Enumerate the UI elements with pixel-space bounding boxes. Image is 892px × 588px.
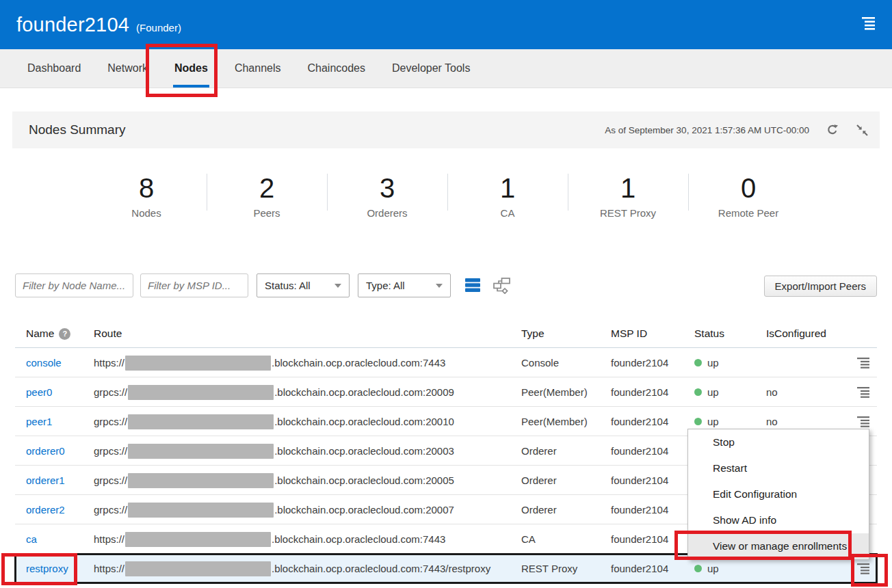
node-link[interactable]: restproxy (26, 554, 68, 583)
node-status: up (694, 348, 719, 377)
refresh-icon[interactable] (826, 123, 839, 137)
node-msp: founder2104 (611, 554, 668, 583)
export-import-peers-button[interactable]: Export/Import Peers (764, 276, 877, 297)
stat-orderers-label: Orderers (327, 207, 447, 219)
menu-item-restart[interactable]: Restart (688, 455, 869, 481)
tab-chaincodes[interactable]: Chaincodes (306, 49, 367, 88)
node-route: grpcs://.blockchain.ocp.oraclecloud.com:… (94, 407, 454, 436)
route-protocol: https:// (94, 533, 124, 545)
stat-ca-label: CA (447, 207, 568, 219)
status-filter-dropdown[interactable]: Status: All (257, 273, 350, 297)
node-msp: founder2104 (611, 524, 668, 554)
tab-developer-tools[interactable]: Developer Tools (391, 49, 471, 88)
chevron-down-icon (334, 284, 341, 288)
status-filter-label: Status: All (265, 280, 311, 291)
type-filter-dropdown[interactable]: Type: All (358, 273, 451, 297)
redacted-host (125, 532, 271, 547)
filter-node-name-input[interactable] (15, 273, 133, 297)
stat-orderers: 3 Orderers (327, 172, 447, 219)
stat-ca: 1 CA (447, 172, 568, 219)
route-protocol: grpcs:// (94, 475, 127, 486)
route-protocol: grpcs:// (94, 445, 127, 457)
table-row-console: console https://.blockchain.ocp.oraclecl… (15, 348, 877, 377)
node-route: https://.blockchain.ocp.oraclecloud.com:… (94, 554, 490, 583)
node-type: Console (521, 348, 559, 377)
stat-remote-peer: 0 Remote Peer (688, 172, 809, 219)
node-route: grpcs://.blockchain.ocp.oraclecloud.com:… (94, 466, 454, 495)
node-type: Peer(Member) (521, 407, 588, 436)
type-filter-label: Type: All (366, 280, 405, 291)
tab-channels[interactable]: Channels (233, 49, 283, 88)
node-route: https://.blockchain.ocp.oraclecloud.com:… (94, 348, 445, 377)
node-route: grpcs://.blockchain.ocp.oraclecloud.com:… (94, 377, 454, 407)
tab-bar: Dashboard Network Nodes Channels Chainco… (0, 49, 892, 88)
node-link[interactable]: orderer1 (26, 466, 65, 495)
node-link[interactable]: orderer0 (26, 436, 65, 466)
stat-peers-label: Peers (207, 207, 327, 219)
role-label: (Founder) (136, 22, 181, 34)
page-title: founder2104 (16, 14, 129, 36)
as-of-timestamp: As of September 30, 2021 1:57:36 AM UTC-… (605, 125, 809, 135)
row-context-menu: Stop Restart Edit Configuration Show AD … (687, 429, 869, 560)
node-type: Peer(Member) (521, 377, 588, 407)
column-header-route: Route (94, 328, 122, 340)
collapse-panel-icon[interactable] (856, 124, 869, 137)
stat-remote-peer-value: 0 (688, 172, 809, 204)
stat-nodes-label: Nodes (86, 207, 207, 219)
node-msp: founder2104 (611, 436, 668, 466)
header-menu-icon[interactable] (858, 16, 877, 33)
route-protocol: grpcs:// (94, 386, 127, 398)
status-text: up (707, 563, 719, 574)
menu-item-stop[interactable]: Stop (688, 429, 869, 455)
menu-item-show-ad-info[interactable]: Show AD info (688, 507, 869, 533)
help-icon[interactable]: ? (59, 328, 70, 340)
tab-network[interactable]: Network (106, 49, 149, 88)
route-suffix: .blockchain.ocp.oraclecloud.com:7443 (272, 357, 445, 369)
node-type: Orderer (521, 466, 557, 495)
column-header-name-label: Name (26, 328, 54, 339)
node-link[interactable]: orderer2 (26, 495, 65, 524)
route-suffix: .blockchain.ocp.oraclecloud.com:20003 (274, 445, 454, 457)
stat-ca-value: 1 (447, 172, 568, 204)
nodes-summary-header: Nodes Summary As of September 30, 2021 1… (12, 111, 880, 148)
node-link[interactable]: peer0 (26, 377, 52, 407)
table-row-peer0: peer0 grpcs://.blockchain.ocp.oracleclou… (15, 377, 877, 407)
stat-nodes: 8 Nodes (86, 172, 207, 219)
column-header-msp-id: MSP ID (611, 328, 647, 340)
stat-peers: 2 Peers (207, 172, 327, 219)
node-link[interactable]: console (26, 348, 62, 377)
node-type: CA (521, 524, 536, 554)
redacted-host (125, 561, 271, 576)
instance-title: founder2104 (Founder) (16, 14, 181, 36)
filter-msp-id-input[interactable] (140, 273, 248, 297)
node-route: grpcs://.blockchain.ocp.oraclecloud.com:… (94, 495, 454, 524)
route-protocol: grpcs:// (94, 504, 127, 516)
node-link[interactable]: ca (26, 524, 37, 554)
tab-dashboard[interactable]: Dashboard (26, 49, 82, 88)
row-actions-menu-icon[interactable] (856, 377, 871, 407)
status-text: up (707, 357, 719, 369)
list-view-icon[interactable] (464, 277, 481, 296)
route-suffix: .blockchain.ocp.oraclecloud.com:20005 (274, 475, 454, 486)
node-link[interactable]: peer1 (26, 407, 52, 436)
route-protocol: grpcs:// (94, 416, 127, 427)
stat-rest-proxy: 1 REST Proxy (568, 172, 688, 219)
row-actions-menu-icon[interactable] (856, 348, 871, 377)
node-msp: founder2104 (611, 377, 668, 407)
node-msp: founder2104 (611, 466, 668, 495)
menu-item-view-or-manage-enrollments[interactable]: View or manage enrollments (688, 533, 869, 559)
nodes-summary-panel: Nodes Summary As of September 30, 2021 1… (12, 111, 880, 243)
status-text: up (707, 416, 719, 427)
menu-item-edit-configuration[interactable]: Edit Configuration (688, 481, 869, 507)
node-type: REST Proxy (521, 554, 577, 583)
status-up-dot (694, 388, 702, 396)
column-header-type: Type (521, 328, 545, 340)
column-header-name: Name? (26, 328, 70, 340)
tab-nodes[interactable]: Nodes (173, 49, 209, 88)
nodes-summary-title: Nodes Summary (29, 122, 126, 137)
stat-remote-peer-label: Remote Peer (688, 207, 809, 219)
tab-chaincodes-label: Chaincodes (307, 62, 365, 75)
topology-view-icon[interactable] (493, 277, 511, 297)
nodes-summary-stats: 8 Nodes 2 Peers 3 Orderers 1 CA 1 REST P… (12, 148, 880, 243)
redacted-host (128, 414, 274, 429)
